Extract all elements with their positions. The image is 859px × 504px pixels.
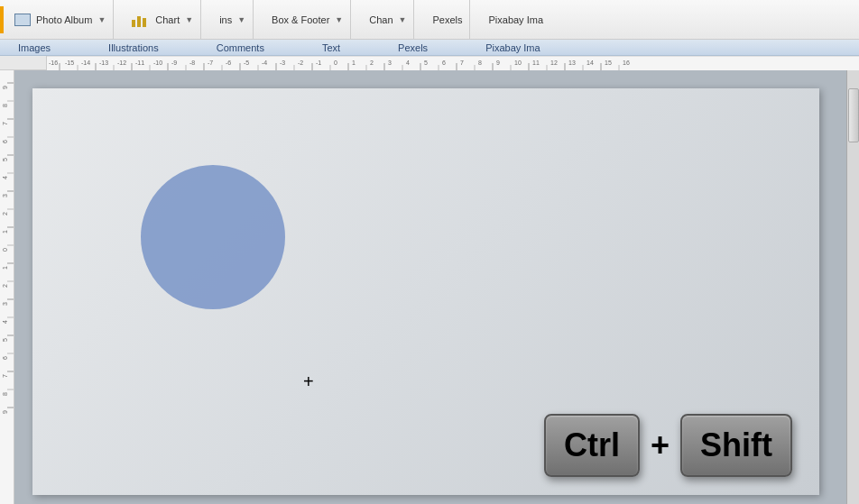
svg-text:11: 11 bbox=[532, 60, 540, 66]
chan-dropdown-arrow[interactable]: ▼ bbox=[399, 15, 407, 24]
toolbar-section-chart: Chart ▼ bbox=[125, 0, 201, 39]
toolbar-section-ins: ins ▼ bbox=[212, 0, 254, 39]
ruler-corner bbox=[0, 56, 47, 69]
svg-text:-2: -2 bbox=[298, 60, 303, 66]
ruler-horizontal-container: // This script won't run in SVG context … bbox=[0, 56, 859, 70]
images-section-title: Images bbox=[7, 42, 61, 53]
svg-text:4: 4 bbox=[406, 60, 410, 66]
pexels-section-title: Pexels bbox=[387, 42, 439, 53]
scrollbar-thumb[interactable] bbox=[848, 88, 859, 142]
crosshair-cursor: + bbox=[303, 372, 314, 390]
svg-rect-0 bbox=[47, 56, 859, 70]
svg-text:-5: -5 bbox=[244, 60, 249, 66]
chan-label[interactable]: Chan bbox=[369, 14, 393, 25]
svg-text:-10: -10 bbox=[153, 60, 162, 66]
svg-text:16: 16 bbox=[623, 60, 630, 66]
left-accent bbox=[0, 6, 4, 33]
toolbar-section-box-footer: Box & Footer ▼ bbox=[264, 0, 351, 39]
svg-text:12: 12 bbox=[550, 60, 558, 66]
illustrations-section-title: Illustrations bbox=[97, 42, 170, 53]
svg-text:7: 7 bbox=[2, 122, 8, 125]
svg-text:0: 0 bbox=[2, 248, 8, 252]
plus-symbol: + bbox=[651, 426, 670, 464]
svg-text:-6: -6 bbox=[226, 60, 231, 66]
svg-text:-7: -7 bbox=[208, 60, 213, 66]
svg-text:5: 5 bbox=[2, 158, 8, 161]
svg-text:-16: -16 bbox=[49, 60, 58, 66]
chart-label[interactable]: Chart bbox=[155, 14, 180, 25]
photo-album-icon bbox=[14, 14, 31, 26]
svg-text:1: 1 bbox=[2, 266, 8, 270]
chart-icon bbox=[132, 13, 150, 27]
svg-text:-11: -11 bbox=[135, 60, 144, 66]
pixabay-section-title: Pixabay Ima bbox=[475, 42, 551, 53]
svg-text:2: 2 bbox=[2, 284, 8, 288]
pexels-label[interactable]: Pexels bbox=[432, 14, 462, 25]
document-page: + Ctrl + Shift bbox=[32, 88, 819, 495]
svg-text:10: 10 bbox=[514, 60, 522, 66]
svg-text:2: 2 bbox=[370, 60, 374, 66]
toolbar-section-chan: Chan ▼ bbox=[362, 0, 414, 39]
svg-text:4: 4 bbox=[2, 176, 8, 179]
svg-text:1: 1 bbox=[352, 60, 356, 66]
photo-album-label[interactable]: Photo Album bbox=[36, 14, 92, 25]
svg-text:-4: -4 bbox=[262, 60, 267, 66]
ins-dropdown-arrow[interactable]: ▼ bbox=[237, 15, 245, 24]
box-footer-label[interactable]: Box & Footer bbox=[272, 14, 329, 25]
shift-key: Shift bbox=[680, 414, 792, 477]
svg-text:13: 13 bbox=[568, 60, 576, 66]
toolbar-section-photo-album: Photo Album ▼ bbox=[7, 0, 114, 39]
box-footer-dropdown-arrow[interactable]: ▼ bbox=[335, 15, 343, 24]
svg-text:0: 0 bbox=[334, 60, 337, 66]
circle-shape[interactable] bbox=[141, 165, 285, 309]
section-title-bar: Images Illustrations Comments Text Pexel… bbox=[0, 40, 859, 56]
svg-text:2: 2 bbox=[2, 212, 8, 215]
svg-text:6: 6 bbox=[2, 356, 8, 360]
svg-text:3: 3 bbox=[388, 60, 392, 66]
svg-text:3: 3 bbox=[2, 302, 8, 306]
svg-text:-12: -12 bbox=[117, 60, 126, 66]
svg-text:7: 7 bbox=[460, 60, 464, 66]
photo-album-dropdown-arrow[interactable]: ▼ bbox=[97, 15, 106, 24]
svg-text:4: 4 bbox=[2, 320, 8, 324]
comments-section-title: Comments bbox=[206, 42, 275, 53]
svg-text:15: 15 bbox=[605, 60, 612, 66]
svg-text:6: 6 bbox=[2, 140, 8, 143]
text-section-title: Text bbox=[311, 42, 351, 53]
toolbar-section-pexels: Pexels bbox=[425, 0, 470, 39]
svg-text:9: 9 bbox=[2, 86, 8, 89]
svg-text:6: 6 bbox=[442, 60, 446, 66]
svg-text:-3: -3 bbox=[280, 60, 285, 66]
toolbar-section-pixabay: Pixabay Ima bbox=[481, 0, 550, 39]
svg-text:-14: -14 bbox=[81, 60, 90, 66]
toolbar: Photo Album ▼ Chart ▼ ins ▼ Box & Footer… bbox=[0, 0, 859, 40]
svg-text:7: 7 bbox=[2, 374, 8, 378]
svg-text:9: 9 bbox=[496, 60, 500, 66]
svg-text:8: 8 bbox=[2, 392, 8, 396]
svg-text:-1: -1 bbox=[316, 60, 321, 66]
svg-text:5: 5 bbox=[2, 338, 8, 342]
svg-text:-13: -13 bbox=[99, 60, 108, 66]
ruler-horizontal: // This script won't run in SVG context … bbox=[47, 56, 859, 70]
svg-text:5: 5 bbox=[424, 60, 428, 66]
svg-text:9: 9 bbox=[2, 410, 8, 414]
svg-text:-8: -8 bbox=[189, 60, 195, 66]
ins-label[interactable]: ins bbox=[219, 14, 232, 25]
pixabay-label[interactable]: Pixabay Ima bbox=[488, 14, 543, 25]
svg-text:-15: -15 bbox=[65, 60, 74, 66]
svg-text:14: 14 bbox=[587, 60, 594, 66]
svg-text:8: 8 bbox=[478, 60, 482, 66]
keyboard-shortcut-overlay: Ctrl + Shift bbox=[544, 414, 792, 477]
main-area: 9 8 7 6 5 4 3 2 1 0 1 bbox=[0, 70, 859, 504]
svg-text:3: 3 bbox=[2, 194, 8, 197]
chart-dropdown-arrow[interactable]: ▼ bbox=[185, 15, 193, 24]
svg-text:1: 1 bbox=[2, 230, 8, 234]
scrollbar-right[interactable] bbox=[846, 70, 859, 504]
canvas-area[interactable]: + Ctrl + Shift bbox=[14, 70, 846, 504]
ruler-vertical: 9 8 7 6 5 4 3 2 1 0 1 bbox=[0, 70, 14, 504]
svg-text:8: 8 bbox=[2, 104, 8, 107]
svg-text:-9: -9 bbox=[171, 60, 177, 66]
ctrl-key: Ctrl bbox=[544, 414, 640, 477]
